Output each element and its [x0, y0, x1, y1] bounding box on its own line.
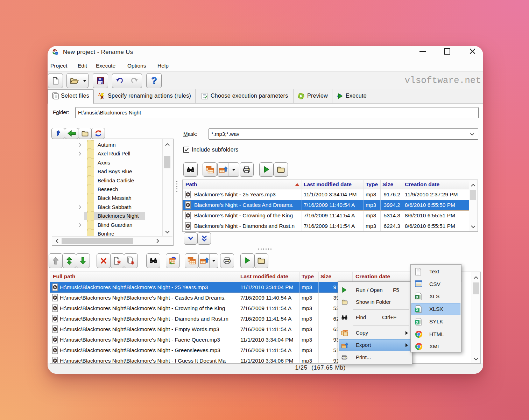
svg-text:X: X: [416, 295, 419, 299]
svg-text:X: X: [416, 320, 419, 324]
svg-text:B: B: [101, 96, 104, 99]
svg-text:A: A: [98, 93, 101, 97]
svg-text:X: X: [416, 308, 419, 312]
